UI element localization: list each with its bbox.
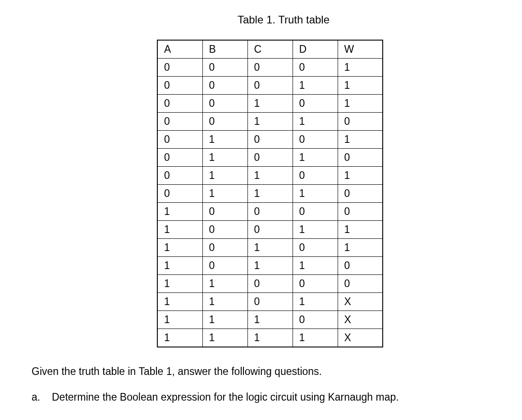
table-cell: 1 [293, 293, 338, 311]
table-row: 1110X [157, 311, 383, 329]
table-row: 11000 [157, 275, 383, 293]
table-cell: 1 [202, 185, 247, 203]
question-a-label: a. [32, 391, 43, 403]
table-cell: 0 [293, 59, 338, 77]
table-cell: 1 [157, 239, 202, 257]
table-cell: 0 [202, 221, 247, 239]
table-cell: 1 [338, 239, 383, 257]
table-cell: 1 [338, 221, 383, 239]
table-cell: 1 [202, 293, 247, 311]
question-a: a. Determine the Boolean expression for … [32, 391, 495, 403]
table-cell: 0 [247, 131, 293, 149]
instruction-text: Given the truth table in Table 1, answer… [32, 365, 495, 378]
table-cell: 1 [247, 185, 293, 203]
table-cell: 0 [338, 113, 383, 131]
table-cell: 0 [157, 185, 202, 203]
table-cell: X [338, 293, 383, 311]
table-cell: 0 [157, 113, 202, 131]
table-cell: 1 [338, 77, 383, 95]
table-cell: 0 [202, 95, 247, 113]
table-cell: 0 [202, 239, 247, 257]
table-cell: 0 [247, 275, 293, 293]
table-cell: 1 [157, 311, 202, 329]
table-cell: 1 [247, 113, 293, 131]
table-cell: 0 [247, 221, 293, 239]
table-cell: 1 [157, 203, 202, 221]
table-cell: 1 [157, 221, 202, 239]
question-a-text: Determine the Boolean expression for the… [52, 391, 399, 403]
table-cell: 1 [293, 149, 338, 167]
table-cell: 0 [293, 131, 338, 149]
table-cell: 0 [202, 113, 247, 131]
table-title: Table 1. Truth table [72, 14, 495, 26]
table-cell: 0 [247, 293, 293, 311]
table-cell: 0 [293, 275, 338, 293]
table-body: 0000100011001010011001001010100110101110… [157, 59, 383, 347]
table-cell: 1 [338, 167, 383, 185]
table-cell: 1 [157, 293, 202, 311]
table-row: 01110 [157, 185, 383, 203]
table-cell: 0 [157, 131, 202, 149]
col-header-c: C [247, 40, 293, 59]
table-cell: 0 [157, 77, 202, 95]
table-cell: 0 [338, 257, 383, 275]
table-cell: 0 [338, 149, 383, 167]
table-row: 00110 [157, 113, 383, 131]
table-row: 01101 [157, 167, 383, 185]
table-cell: 1 [293, 185, 338, 203]
table-cell: 1 [202, 167, 247, 185]
table-cell: 1 [157, 257, 202, 275]
table-cell: 0 [202, 203, 247, 221]
table-cell: 1 [293, 221, 338, 239]
table-cell: 1 [157, 275, 202, 293]
table-cell: 0 [293, 167, 338, 185]
table-cell: 0 [157, 149, 202, 167]
table-container: A B C D W 000010001100101001100100101010… [45, 40, 495, 347]
table-row: 1111X [157, 329, 383, 347]
table-cell: 1 [293, 77, 338, 95]
table-cell: 0 [293, 239, 338, 257]
table-cell: 0 [293, 311, 338, 329]
table-cell: 1 [202, 275, 247, 293]
table-cell: 1 [293, 329, 338, 347]
table-cell: 1 [202, 149, 247, 167]
table-cell: 1 [247, 95, 293, 113]
table-row: 10011 [157, 221, 383, 239]
table-cell: 0 [202, 59, 247, 77]
table-cell: 0 [157, 59, 202, 77]
table-cell: X [338, 329, 383, 347]
table-cell: 1 [338, 131, 383, 149]
table-cell: 0 [293, 95, 338, 113]
table-header-row: A B C D W [157, 40, 383, 59]
table-cell: 1 [202, 311, 247, 329]
table-cell: 1 [247, 257, 293, 275]
table-cell: 1 [202, 131, 247, 149]
table-cell: 1 [202, 329, 247, 347]
table-cell: X [338, 311, 383, 329]
table-row: 01010 [157, 149, 383, 167]
col-header-w: W [338, 40, 383, 59]
col-header-d: D [293, 40, 338, 59]
table-cell: 1 [247, 329, 293, 347]
table-cell: 0 [338, 275, 383, 293]
table-row: 00001 [157, 59, 383, 77]
table-cell: 1 [293, 113, 338, 131]
table-cell: 0 [202, 257, 247, 275]
table-cell: 1 [338, 95, 383, 113]
table-cell: 0 [338, 185, 383, 203]
table-cell: 0 [157, 95, 202, 113]
table-cell: 1 [338, 59, 383, 77]
table-row: 10000 [157, 203, 383, 221]
table-cell: 0 [202, 77, 247, 95]
table-cell: 1 [247, 167, 293, 185]
col-header-b: B [202, 40, 247, 59]
table-row: 10101 [157, 239, 383, 257]
table-row: 10110 [157, 257, 383, 275]
table-cell: 0 [338, 203, 383, 221]
truth-table: A B C D W 000010001100101001100100101010… [157, 40, 383, 347]
table-cell: 0 [247, 77, 293, 95]
table-row: 01001 [157, 131, 383, 149]
table-cell: 0 [247, 203, 293, 221]
table-cell: 1 [247, 311, 293, 329]
table-cell: 0 [247, 59, 293, 77]
